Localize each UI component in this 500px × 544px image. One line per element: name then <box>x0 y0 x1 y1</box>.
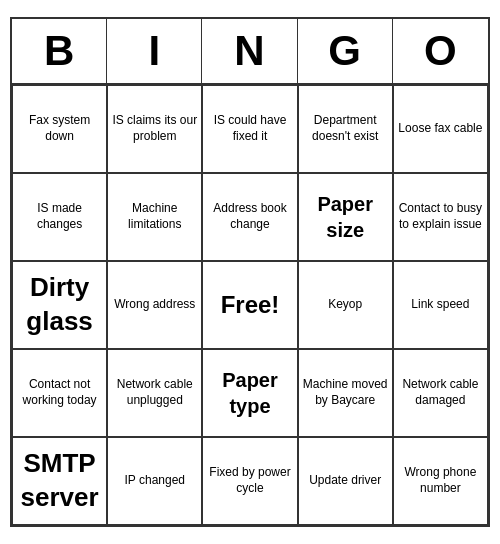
bingo-header: BINGO <box>12 19 488 85</box>
cell-text-13: Keyop <box>328 297 362 313</box>
cell-text-7: Address book change <box>207 201 292 232</box>
cell-text-22: Fixed by power cycle <box>207 465 292 496</box>
bingo-letter-b: B <box>12 19 107 83</box>
bingo-cell-2[interactable]: IS could have fixed it <box>202 85 297 173</box>
cell-text-4: Loose fax cable <box>398 121 482 137</box>
bingo-cell-16[interactable]: Network cable unplugged <box>107 349 202 437</box>
bingo-cell-4[interactable]: Loose fax cable <box>393 85 488 173</box>
bingo-cell-8[interactable]: Paper size <box>298 173 393 261</box>
cell-text-6: Machine limitations <box>112 201 197 232</box>
bingo-cell-3[interactable]: Department doesn't exist <box>298 85 393 173</box>
cell-text-23: Update driver <box>309 473 381 489</box>
cell-text-3: Department doesn't exist <box>303 113 388 144</box>
bingo-cell-23[interactable]: Update driver <box>298 437 393 525</box>
bingo-cell-10[interactable]: Dirty glass <box>12 261 107 349</box>
bingo-letter-i: I <box>107 19 202 83</box>
bingo-cell-19[interactable]: Network cable damaged <box>393 349 488 437</box>
bingo-cell-9[interactable]: Contact to busy to explain issue <box>393 173 488 261</box>
bingo-cell-20[interactable]: SMTP server <box>12 437 107 525</box>
cell-text-0: Fax system down <box>17 113 102 144</box>
cell-text-5: IS made changes <box>17 201 102 232</box>
cell-text-1: IS claims its our problem <box>112 113 197 144</box>
cell-text-9: Contact to busy to explain issue <box>398 201 483 232</box>
bingo-letter-g: G <box>298 19 393 83</box>
cell-text-8: Paper size <box>303 191 388 243</box>
cell-text-12: Free! <box>221 289 280 320</box>
cell-text-14: Link speed <box>411 297 469 313</box>
bingo-cell-6[interactable]: Machine limitations <box>107 173 202 261</box>
bingo-cell-7[interactable]: Address book change <box>202 173 297 261</box>
cell-text-2: IS could have fixed it <box>207 113 292 144</box>
bingo-cell-11[interactable]: Wrong address <box>107 261 202 349</box>
bingo-cell-22[interactable]: Fixed by power cycle <box>202 437 297 525</box>
cell-text-11: Wrong address <box>114 297 195 313</box>
bingo-cell-5[interactable]: IS made changes <box>12 173 107 261</box>
bingo-cell-15[interactable]: Contact not working today <box>12 349 107 437</box>
bingo-cell-21[interactable]: IP changed <box>107 437 202 525</box>
cell-text-21: IP changed <box>125 473 186 489</box>
bingo-letter-o: O <box>393 19 488 83</box>
bingo-cell-24[interactable]: Wrong phone number <box>393 437 488 525</box>
bingo-cell-1[interactable]: IS claims its our problem <box>107 85 202 173</box>
bingo-grid: Fax system downIS claims its our problem… <box>12 85 488 525</box>
cell-text-19: Network cable damaged <box>398 377 483 408</box>
bingo-letter-n: N <box>202 19 297 83</box>
cell-text-16: Network cable unplugged <box>112 377 197 408</box>
bingo-cell-18[interactable]: Machine moved by Baycare <box>298 349 393 437</box>
cell-text-10: Dirty glass <box>17 271 102 339</box>
bingo-cell-14[interactable]: Link speed <box>393 261 488 349</box>
cell-text-24: Wrong phone number <box>398 465 483 496</box>
bingo-cell-0[interactable]: Fax system down <box>12 85 107 173</box>
cell-text-20: SMTP server <box>17 447 102 515</box>
bingo-card: BINGO Fax system downIS claims its our p… <box>10 17 490 527</box>
cell-text-18: Machine moved by Baycare <box>303 377 388 408</box>
cell-text-17: Paper type <box>207 367 292 419</box>
bingo-cell-17[interactable]: Paper type <box>202 349 297 437</box>
cell-text-15: Contact not working today <box>17 377 102 408</box>
bingo-cell-12[interactable]: Free! <box>202 261 297 349</box>
bingo-cell-13[interactable]: Keyop <box>298 261 393 349</box>
